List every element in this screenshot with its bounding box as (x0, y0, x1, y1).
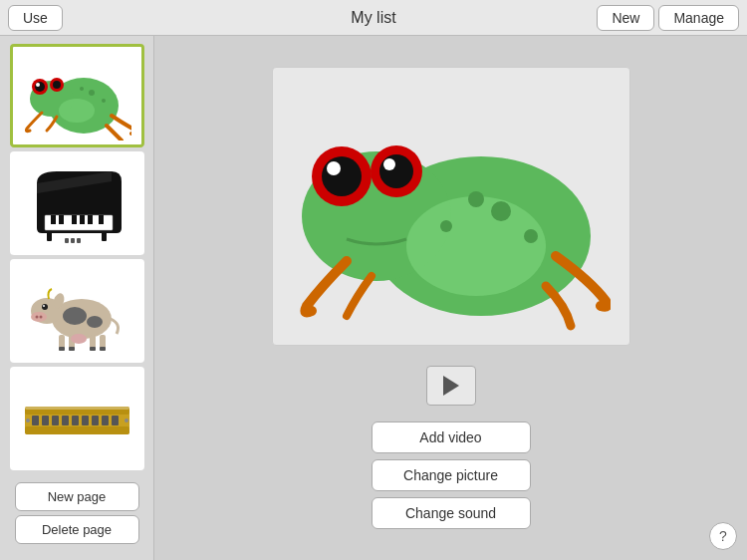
svg-point-69 (440, 220, 452, 232)
svg-point-27 (31, 312, 47, 322)
svg-rect-18 (47, 231, 52, 241)
svg-point-61 (327, 161, 341, 175)
sidebar: New page Delete page (0, 36, 154, 560)
svg-point-8 (89, 90, 95, 96)
svg-rect-40 (100, 347, 106, 351)
svg-rect-13 (59, 215, 64, 224)
svg-rect-51 (92, 416, 99, 425)
svg-rect-16 (88, 215, 93, 224)
harmonica-icon (20, 392, 134, 446)
svg-point-65 (406, 196, 546, 296)
piano-icon (27, 163, 126, 243)
svg-rect-56 (25, 407, 129, 410)
svg-point-6 (53, 81, 61, 89)
change-sound-button[interactable]: Change sound (372, 497, 531, 529)
svg-rect-39 (90, 347, 96, 351)
svg-rect-14 (72, 215, 77, 224)
page-title: My list (351, 9, 395, 27)
delete-page-button[interactable]: Delete page (15, 515, 139, 544)
svg-rect-17 (99, 215, 104, 224)
svg-point-3 (35, 82, 45, 92)
header-right: New Manage (597, 5, 739, 31)
svg-rect-15 (80, 215, 85, 224)
svg-rect-52 (102, 416, 109, 425)
svg-point-54 (26, 419, 30, 422)
svg-rect-19 (102, 231, 107, 241)
play-button[interactable] (426, 366, 476, 406)
sidebar-item-harmonica[interactable] (10, 367, 144, 470)
svg-rect-21 (71, 238, 75, 243)
svg-rect-45 (32, 416, 39, 425)
svg-rect-20 (65, 238, 69, 243)
svg-point-29 (40, 315, 43, 318)
svg-rect-50 (82, 416, 89, 425)
svg-rect-44 (25, 426, 129, 434)
svg-point-60 (322, 156, 362, 196)
use-button[interactable]: Use (8, 5, 63, 31)
svg-point-24 (63, 307, 87, 325)
content-area: Add video Change picture Change sound (154, 36, 747, 560)
svg-point-25 (87, 316, 103, 328)
svg-point-41 (71, 334, 87, 344)
svg-rect-48 (62, 416, 69, 425)
help-button[interactable]: ? (709, 522, 737, 550)
manage-button[interactable]: Manage (658, 5, 739, 31)
svg-rect-37 (59, 347, 65, 351)
svg-point-30 (42, 304, 48, 310)
change-picture-button[interactable]: Change picture (372, 459, 531, 491)
sidebar-item-piano[interactable] (10, 151, 144, 255)
svg-point-10 (80, 87, 84, 91)
frog-icon (22, 51, 131, 140)
frog-preview-icon (292, 82, 611, 331)
svg-point-68 (468, 191, 484, 207)
svg-point-7 (59, 99, 95, 123)
svg-rect-22 (77, 238, 81, 243)
svg-point-31 (43, 305, 45, 307)
header-left: Use (8, 5, 63, 31)
preview-box (272, 67, 630, 346)
svg-point-66 (491, 201, 511, 221)
cow-icon (27, 269, 126, 354)
add-video-button[interactable]: Add video (372, 421, 531, 453)
svg-rect-46 (42, 416, 49, 425)
sidebar-buttons: New page Delete page (0, 474, 153, 552)
svg-rect-53 (112, 416, 119, 425)
svg-point-4 (36, 83, 40, 87)
svg-rect-12 (51, 215, 56, 224)
svg-point-55 (124, 419, 128, 422)
sidebar-item-frog[interactable] (10, 44, 144, 147)
new-page-button[interactable]: New page (15, 482, 139, 511)
svg-point-9 (102, 99, 106, 103)
svg-rect-47 (52, 416, 59, 425)
svg-point-64 (383, 158, 395, 170)
svg-rect-49 (72, 416, 79, 425)
play-triangle-icon (443, 376, 459, 396)
sidebar-item-cow[interactable] (10, 259, 144, 363)
main-layout: New page Delete page (0, 36, 747, 560)
action-buttons: Add video Change picture Change sound (372, 421, 531, 529)
new-button[interactable]: New (597, 5, 654, 31)
svg-rect-38 (69, 347, 75, 351)
svg-point-28 (36, 315, 39, 318)
svg-point-63 (379, 154, 413, 188)
svg-point-67 (524, 229, 538, 243)
